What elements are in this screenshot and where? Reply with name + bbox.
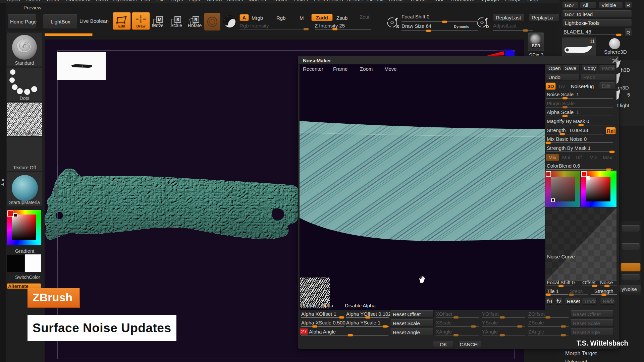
svg-text:Dots: Dots [20, 96, 30, 101]
svg-text:M: M [158, 17, 162, 22]
svg-text:S: S [176, 17, 179, 22]
svg-text:Draw: Draw [137, 24, 146, 28]
svg-text:Edit: Edit [118, 24, 125, 28]
svg-text:S: S [396, 24, 399, 29]
svg-text:R: R [194, 17, 198, 22]
svg-text:D: D [486, 24, 489, 29]
